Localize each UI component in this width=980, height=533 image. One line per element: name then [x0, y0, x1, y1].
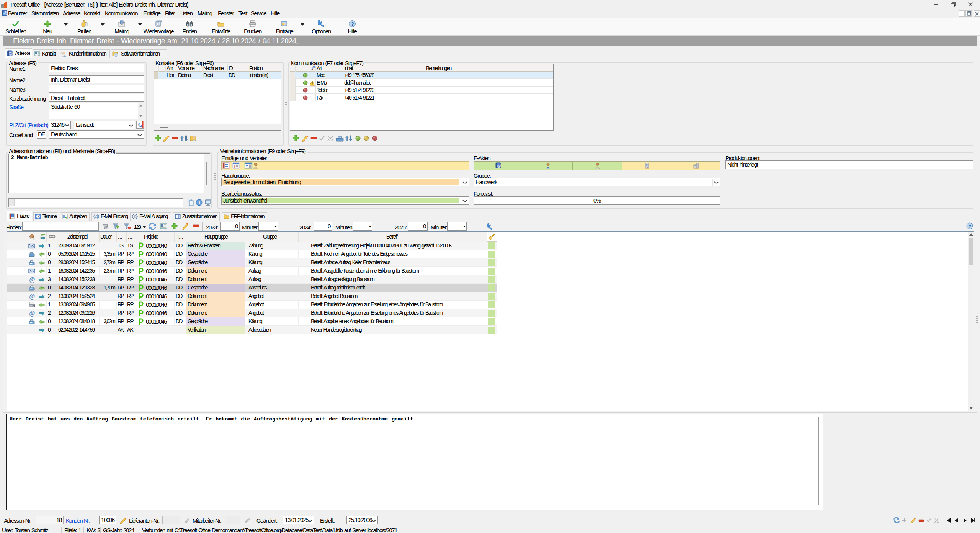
svg-text:@: @	[95, 214, 98, 219]
svg-text:G: G	[138, 121, 143, 128]
svg-text:@: @	[497, 163, 501, 168]
svg-text:?: ?	[351, 21, 354, 27]
svg-text:@: @	[3, 11, 7, 15]
svg-text:@: @	[9, 51, 13, 56]
svg-text:@: @	[133, 214, 137, 219]
